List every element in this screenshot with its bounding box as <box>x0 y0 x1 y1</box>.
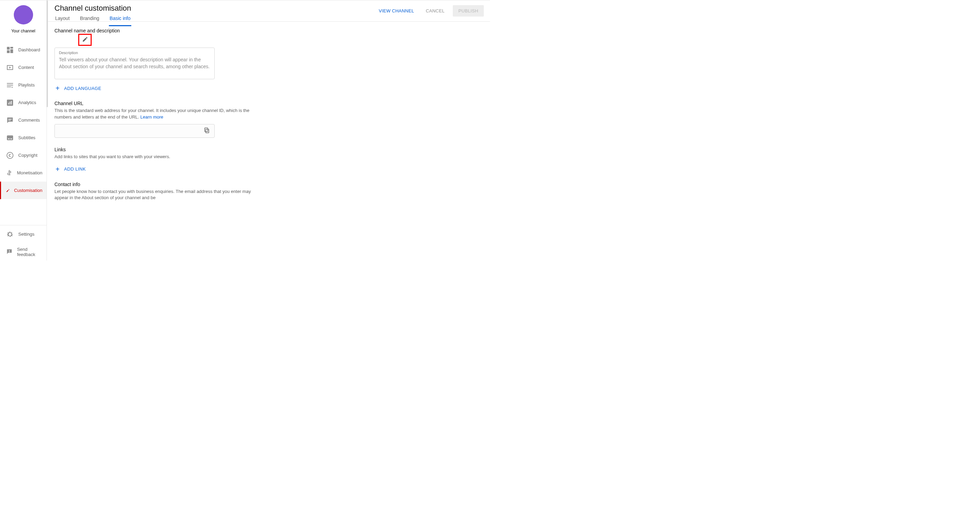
sidebar-item-feedback[interactable]: Send feedback <box>0 243 46 260</box>
plus-icon: + <box>54 166 60 173</box>
edit-name-button[interactable] <box>79 35 91 45</box>
sidebar-item-customisation[interactable]: Customisation <box>0 182 46 199</box>
svg-rect-13 <box>9 250 10 251</box>
sidebar-item-label: Settings <box>18 232 35 237</box>
analytics-icon <box>6 98 14 107</box>
sidebar-item-comments[interactable]: Comments <box>0 111 46 129</box>
svg-rect-6 <box>7 135 13 140</box>
pencil-icon <box>82 36 88 44</box>
sidebar-item-label: Comments <box>18 118 40 123</box>
description-field[interactable]: Description Tell viewers about your chan… <box>54 48 215 79</box>
sidebar-item-label: Analytics <box>18 100 36 105</box>
svg-rect-3 <box>11 101 12 105</box>
view-channel-button[interactable]: VIEW CHANNEL <box>375 5 418 16</box>
channel-url-input[interactable] <box>59 128 202 134</box>
svg-rect-14 <box>9 252 10 253</box>
svg-rect-8 <box>10 138 12 139</box>
sidebar-item-dashboard[interactable]: Dashboard <box>0 41 46 59</box>
sidebar-item-label: Content <box>18 65 34 70</box>
settings-icon <box>6 230 14 238</box>
header: Channel customisation Layout Branding Ba… <box>47 0 490 22</box>
section-description: Let people know how to contact you with … <box>54 189 265 202</box>
main: Channel customisation Layout Branding Ba… <box>47 0 490 260</box>
learn-more-link[interactable]: Learn more <box>140 114 163 119</box>
plus-icon: + <box>54 85 60 92</box>
channel-avatar[interactable] <box>14 5 33 24</box>
add-language-button[interactable]: + ADD LANGUAGE <box>54 85 215 92</box>
add-link-button[interactable]: + ADD LINK <box>54 166 215 173</box>
description-label: Description <box>59 51 210 55</box>
add-language-label: ADD LANGUAGE <box>64 86 101 91</box>
channel-label: Your channel <box>11 29 35 33</box>
sidebar-nav: Dashboard Content Playlists Analytics Co… <box>0 41 46 199</box>
copy-icon <box>204 127 210 134</box>
svg-rect-1 <box>8 103 9 105</box>
section-channel-url: Channel URL This is the standard web add… <box>54 101 265 138</box>
sidebar-item-label: Subtitles <box>18 135 35 140</box>
section-title: Links <box>54 147 215 152</box>
cancel-button[interactable]: CANCEL <box>422 5 448 16</box>
section-contact-info: Contact info Let people know how to cont… <box>54 182 265 202</box>
content: Channel name and description Description… <box>47 22 490 260</box>
sidebar-bottom: Settings Send feedback <box>0 225 46 260</box>
sidebar-item-label: Dashboard <box>18 47 40 52</box>
sidebar-item-settings[interactable]: Settings <box>0 226 46 243</box>
sidebar-item-monetisation[interactable]: Monetisation <box>0 164 46 182</box>
header-actions: VIEW CHANNEL CANCEL PUBLISH <box>375 5 484 21</box>
svg-rect-2 <box>10 102 10 105</box>
sidebar: Your channel Dashboard Content Playlists… <box>0 0 47 260</box>
sidebar-item-playlists[interactable]: Playlists <box>0 76 46 94</box>
sidebar-item-label: Copyright <box>18 152 38 158</box>
sidebar-scrollbar[interactable] <box>46 0 48 107</box>
section-links: Links Add links to sites that you want t… <box>54 147 215 173</box>
monetisation-icon <box>6 169 13 177</box>
dashboard-icon <box>6 46 14 54</box>
description-placeholder: Tell viewers about your channel. Your de… <box>59 56 210 70</box>
svg-rect-7 <box>8 138 10 139</box>
comments-icon <box>6 116 14 124</box>
section-description: This is the standard web address for you… <box>54 108 265 121</box>
page-title: Channel customisation <box>54 4 131 13</box>
svg-rect-4 <box>8 119 12 119</box>
sidebar-item-label: Playlists <box>18 83 35 87</box>
section-description: Add links to sites that you want to shar… <box>54 154 215 160</box>
subtitles-icon <box>6 134 14 142</box>
content-icon <box>6 64 14 71</box>
channel-url-field <box>54 124 215 138</box>
copyright-icon <box>6 151 14 160</box>
svg-rect-15 <box>206 129 209 133</box>
section-title: Contact info <box>54 182 265 187</box>
playlists-icon <box>6 81 14 89</box>
sidebar-item-subtitles[interactable]: Subtitles <box>0 129 46 146</box>
copy-url-button[interactable] <box>202 126 212 136</box>
sidebar-item-label: Customisation <box>14 188 42 193</box>
svg-point-10 <box>9 189 9 189</box>
section-title: Channel name and description <box>54 28 215 33</box>
svg-rect-5 <box>8 120 11 121</box>
sidebar-item-label: Send feedback <box>17 247 42 257</box>
publish-button: PUBLISH <box>453 5 484 16</box>
sidebar-header: Your channel <box>0 0 46 40</box>
feedback-icon <box>6 248 13 256</box>
section-title: Channel URL <box>54 101 265 106</box>
sidebar-item-analytics[interactable]: Analytics <box>0 94 46 111</box>
section-name-description: Channel name and description Description… <box>54 28 215 92</box>
svg-point-9 <box>7 152 13 159</box>
svg-rect-16 <box>205 128 208 132</box>
sidebar-item-copyright[interactable]: Copyright <box>0 146 46 164</box>
customisation-icon <box>6 186 10 195</box>
add-link-label: ADD LINK <box>64 167 86 172</box>
sidebar-item-content[interactable]: Content <box>0 59 46 76</box>
sidebar-item-label: Monetisation <box>17 170 42 175</box>
